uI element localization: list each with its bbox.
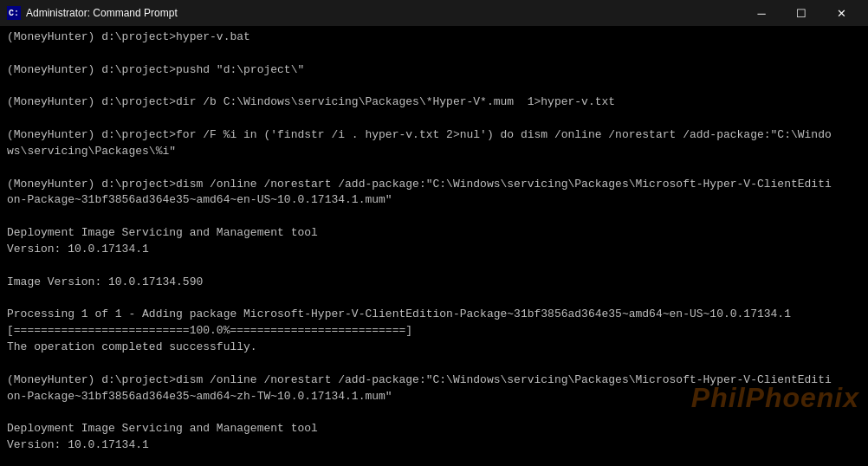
terminal-line: Image Version: 10.0.17134.590 [7,275,861,291]
terminal-line [7,405,861,421]
cmd-icon-graphic: C: [7,6,21,20]
close-button[interactable]: ✕ [821,0,861,26]
terminal-line [7,160,861,177]
terminal-line: Deployment Image Servicing and Managemen… [7,225,861,242]
terminal-line: Deployment Image Servicing and Managemen… [7,421,861,437]
title-bar: C: Administrator: Command Prompt ─ ☐ ✕ [0,0,868,26]
terminal-line [7,356,861,372]
terminal-line [7,454,861,466]
terminal-line [7,111,861,127]
terminal-output: (MoneyHunter) d:\project>hyper-v.bat (Mo… [7,29,861,466]
terminal-line [7,46,861,62]
terminal-line: (MoneyHunter) d:\project>pushd "d:\proje… [7,62,861,79]
terminal-line: Version: 10.0.17134.1 [7,242,861,258]
window-title: Administrator: Command Prompt [26,7,178,19]
terminal-line [7,79,861,95]
terminal-line: (MoneyHunter) d:\project>dism /online /n… [7,177,861,210]
terminal-line: Version: 10.0.17134.1 [7,437,861,454]
terminal-line [7,258,861,275]
terminal-line: (MoneyHunter) d:\project>dir /b C:\Windo… [7,94,861,111]
terminal-line [7,291,861,307]
terminal-line [7,209,861,225]
minimize-button[interactable]: ─ [742,0,781,26]
terminal-line: (MoneyHunter) d:\project>for /F %i in ('… [7,127,861,160]
terminal-line: (MoneyHunter) d:\project>dism /online /n… [7,372,861,405]
restore-button[interactable]: ☐ [781,0,821,26]
app-icon: C: [7,6,21,20]
terminal-line: The operation completed successfully. [7,340,861,356]
terminal-body: (MoneyHunter) d:\project>hyper-v.bat (Mo… [0,26,868,466]
terminal-line: (MoneyHunter) d:\project>hyper-v.bat [7,29,861,46]
window-controls[interactable]: ─ ☐ ✕ [742,0,861,26]
terminal-line: Processing 1 of 1 - Adding package Micro… [7,307,861,323]
terminal-line: [==========================100.0%=======… [7,323,861,340]
title-bar-left: C: Administrator: Command Prompt [7,6,178,20]
